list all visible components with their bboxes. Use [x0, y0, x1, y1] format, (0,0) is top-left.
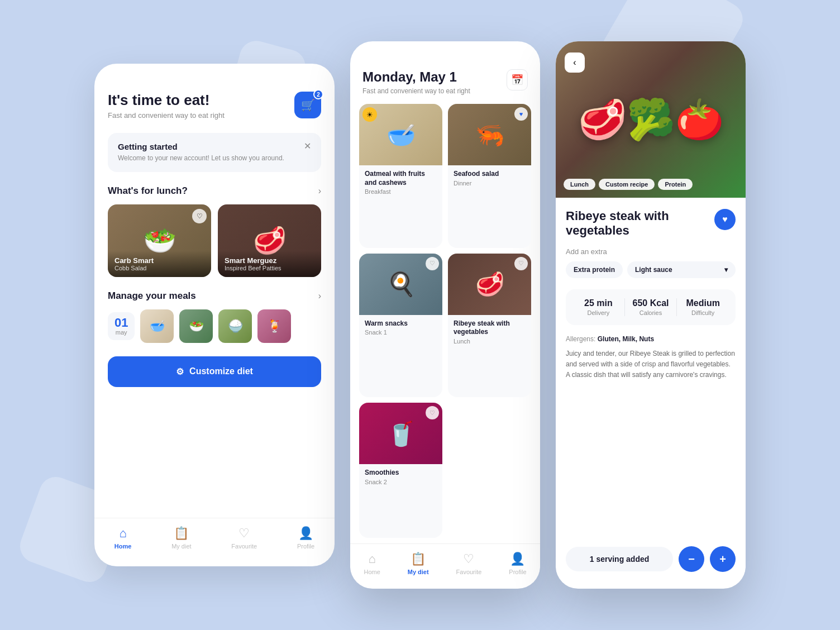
- meal-card-smoothies[interactable]: 🥤 ♡ Smoothies Snack 2: [359, 403, 442, 538]
- diet-nav-profile[interactable]: 👤 Profile: [509, 552, 526, 575]
- meal-detail-content: Ribeye steak with vegetables ♥ Add an ex…: [556, 198, 746, 546]
- date-box: 01 may: [108, 312, 135, 340]
- diet-title: Monday, May 1: [362, 69, 470, 85]
- meals-section-header: Manage your meals ›: [108, 290, 321, 302]
- home-nav-label: Home: [114, 543, 132, 550]
- diet-home-label: Home: [364, 569, 380, 575]
- extras-row: Extra protein Light sauce ▾: [566, 261, 736, 278]
- nav-profile[interactable]: 👤 Profile: [297, 526, 314, 550]
- seafood-name: Seafood salad: [454, 170, 526, 179]
- seafood-heart[interactable]: ♥: [514, 107, 528, 121]
- date-number: 01: [114, 317, 128, 329]
- meal-card-warm-snacks[interactable]: 🍳 ♡ Warm snacks Snack 1: [359, 254, 442, 398]
- meal-thumb-3[interactable]: 🍚: [218, 309, 252, 343]
- tag-protein: Protein: [658, 179, 693, 190]
- meal-thumb-4[interactable]: 🍹: [257, 309, 291, 343]
- home-title: It's time to eat!: [108, 92, 225, 109]
- diet-header: Monday, May 1 Fast and convenient way to…: [350, 41, 540, 104]
- tag-custom-recipe: Custom recipe: [599, 179, 655, 190]
- lunch-card-2[interactable]: 🥩 Smart Merguez Inspired Beef Patties: [218, 204, 321, 277]
- extra-label: Add an extra: [566, 247, 736, 256]
- meals-grid: 🥣 ☀ Oatmeal with fruits and cashews Brea…: [350, 104, 540, 538]
- meal-fav-button[interactable]: ♥: [714, 209, 736, 230]
- lunch-section-arrow[interactable]: ›: [318, 186, 321, 196]
- diet-favourite-label: Favourite: [456, 569, 482, 575]
- smoothies-heart[interactable]: ♡: [426, 406, 439, 419]
- hero-food-emoji: 🥩🥦🍅: [578, 97, 724, 142]
- warm-snacks-heart[interactable]: ♡: [426, 257, 439, 270]
- stat-time: 25 min Delivery: [572, 298, 624, 316]
- lunch-cards-list: 🥗 ♡ Carb Smart Cobb Salad 🥩 Smart Mergue…: [108, 204, 321, 277]
- customize-icon: ⚙: [176, 366, 184, 377]
- extra-protein-tag[interactable]: Extra protein: [566, 261, 623, 278]
- diet-profile-label: Profile: [509, 569, 526, 575]
- meal-thumb-2[interactable]: 🥗: [179, 309, 213, 343]
- nav-favourite[interactable]: ♡ Favourite: [231, 526, 257, 550]
- nav-home[interactable]: ⌂ Home: [114, 526, 132, 550]
- my-diet-nav-icon: 📋: [174, 526, 189, 541]
- stat-time-label: Delivery: [572, 309, 624, 316]
- screen-home: It's time to eat! Fast and convenient wa…: [94, 64, 335, 566]
- home-nav-icon: ⌂: [119, 526, 126, 541]
- cart-button[interactable]: 🛒 2: [294, 92, 321, 118]
- profile-nav-icon: 👤: [298, 526, 313, 541]
- profile-nav-label: Profile: [297, 543, 314, 550]
- back-button[interactable]: ‹: [565, 52, 585, 73]
- diet-nav-favourite[interactable]: ♡ Favourite: [456, 552, 482, 575]
- nav-my-diet[interactable]: 📋 My diet: [171, 526, 191, 550]
- customize-label: Customize diet: [189, 366, 253, 376]
- gs-title: Getting started: [118, 142, 284, 151]
- diet-favourite-icon: ♡: [463, 552, 474, 566]
- diet-subtitle: Fast and convenient way to eat right: [362, 87, 470, 95]
- meals-date-row: 01 may 🥣 🥗 🍚 🍹: [108, 309, 321, 343]
- seafood-type: Dinner: [454, 180, 526, 187]
- increase-serving-button[interactable]: +: [710, 546, 736, 572]
- sauce-selector[interactable]: Light sauce ▾: [627, 261, 736, 278]
- home-bottom-nav: ⌂ Home 📋 My diet ♡ Favourite 👤 Profile: [94, 518, 335, 566]
- customize-diet-button[interactable]: ⚙ Customize diet: [108, 356, 321, 387]
- warm-snacks-type: Snack 1: [365, 329, 437, 336]
- meal-card-seafood[interactable]: 🦐 ♥ Seafood salad Dinner: [448, 104, 531, 248]
- favourite-nav-label: Favourite: [231, 543, 257, 550]
- meals-section-arrow[interactable]: ›: [318, 291, 321, 301]
- dropdown-chevron-icon: ▾: [724, 266, 728, 274]
- seafood-image: 🦐 ♥: [448, 104, 531, 165]
- smoothies-image: 🥤 ♡: [359, 403, 442, 464]
- stat-difficulty: Medium Difficulty: [677, 298, 729, 316]
- allergens-label: Allergens:: [566, 335, 595, 343]
- diet-profile-icon: 👤: [510, 552, 525, 566]
- cart-badge-count: 2: [313, 89, 323, 99]
- meal-thumb-1[interactable]: 🥣: [140, 309, 174, 343]
- allergens-info: Allergens: Gluten, Milk, Nuts: [566, 335, 736, 343]
- diet-my-diet-label: My diet: [408, 569, 429, 575]
- oatmeal-sun-badge: ☀: [362, 107, 377, 122]
- stat-difficulty-label: Difficulty: [677, 309, 729, 316]
- serving-count: 1 serving added: [566, 547, 673, 571]
- diet-home-icon: ⌂: [368, 552, 375, 566]
- screen-my-diet: Monday, May 1 Fast and convenient way to…: [350, 41, 540, 589]
- warm-snacks-name: Warm snacks: [365, 319, 437, 328]
- meal-card-oatmeal[interactable]: 🥣 ☀ Oatmeal with fruits and cashews Brea…: [359, 104, 442, 248]
- ribeye-image: 🥩 ♡: [448, 254, 531, 315]
- oatmeal-type: Breakfast: [365, 188, 437, 195]
- allergens-list: Gluten, Milk, Nuts: [598, 335, 654, 343]
- calendar-button[interactable]: 📅: [507, 69, 528, 90]
- lunch-card-1[interactable]: 🥗 ♡ Carb Smart Cobb Salad: [108, 204, 211, 277]
- smoothies-name: Smoothies: [365, 469, 437, 478]
- ribeye-type: Lunch: [454, 338, 526, 345]
- gs-close-button[interactable]: ✕: [304, 141, 311, 151]
- lunch-card-2-name: Smart Merguez: [225, 256, 314, 265]
- tag-lunch: Lunch: [564, 179, 595, 190]
- ribeye-heart[interactable]: ♡: [514, 257, 528, 270]
- meal-stats: 25 min Delivery 650 Kcal Calories Medium…: [566, 289, 736, 325]
- diet-nav-my-diet[interactable]: 📋 My diet: [408, 552, 429, 575]
- decrease-serving-button[interactable]: −: [679, 546, 704, 572]
- smoothies-type: Snack 2: [365, 479, 437, 485]
- cart-icon: 🛒: [301, 98, 315, 112]
- meal-tags: Lunch Custom recipe Protein: [564, 179, 693, 190]
- diet-nav-home[interactable]: ⌂ Home: [364, 552, 380, 575]
- meal-card-ribeye[interactable]: 🥩 ♡ Ribeye steak with vegetables Lunch: [448, 254, 531, 398]
- lunch-card-1-heart[interactable]: ♡: [192, 209, 207, 223]
- lunch-section-title: What's for lunch?: [108, 185, 188, 197]
- lunch-section-header: What's for lunch? ›: [108, 185, 321, 197]
